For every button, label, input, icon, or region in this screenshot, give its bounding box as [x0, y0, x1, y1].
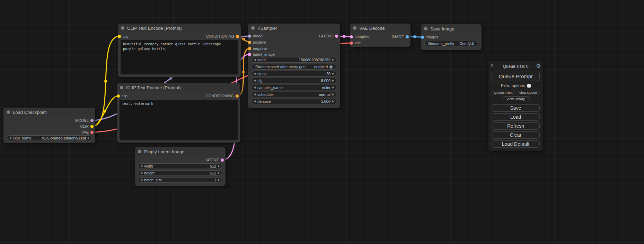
- queue-prompt-button[interactable]: Queue Prompt: [492, 72, 540, 81]
- decrement-arrow-icon[interactable]: [7, 136, 13, 141]
- queue-front-button[interactable]: Queue Front: [492, 90, 515, 95]
- node-collapse-dot[interactable]: [7, 110, 10, 114]
- node-collapse-dot[interactable]: [353, 26, 356, 30]
- gear-icon[interactable]: [536, 63, 541, 69]
- node-vae-decode[interactable]: VAE Decode samples vae IMAGE: [350, 24, 411, 47]
- negative-prompt-textarea[interactable]: text, watermark: [120, 100, 238, 140]
- node-title-bar[interactable]: CLIP Text Encode (Prompt): [117, 83, 240, 92]
- increment-arrow-icon[interactable]: [330, 78, 336, 83]
- decrement-arrow-icon[interactable]: [252, 92, 257, 97]
- clip-input-dot[interactable]: [118, 35, 121, 38]
- output-slot-image[interactable]: IMAGE: [392, 34, 409, 39]
- images-input-dot[interactable]: [421, 36, 424, 39]
- steps-widget[interactable]: steps 20: [252, 71, 336, 76]
- decrement-arrow-icon[interactable]: [252, 85, 257, 90]
- output-slot-latent[interactable]: LATENT: [319, 34, 338, 38]
- input-slot-negative[interactable]: negative: [248, 46, 267, 51]
- height-widget[interactable]: height 512: [138, 170, 222, 176]
- increment-arrow-icon[interactable]: [216, 164, 222, 169]
- increment-arrow-icon[interactable]: [86, 136, 91, 141]
- decrement-arrow-icon[interactable]: [139, 171, 144, 175]
- increment-arrow-icon[interactable]: [330, 99, 336, 104]
- input-slot-vae[interactable]: vae: [350, 40, 361, 45]
- conditioning-output-dot[interactable]: [236, 94, 239, 98]
- output-slot-clip[interactable]: CLIP: [80, 124, 94, 129]
- save-button[interactable]: Save: [492, 104, 540, 112]
- image-output-dot[interactable]: [406, 35, 409, 38]
- random-seed-toggle-widget[interactable]: Random seed after every gen enabled: [252, 64, 336, 70]
- input-slot-samples[interactable]: samples: [350, 34, 369, 39]
- decrement-arrow-icon[interactable]: [252, 78, 257, 83]
- node-collapse-dot[interactable]: [424, 27, 427, 30]
- scheduler-widget[interactable]: scheduler normal: [252, 92, 336, 97]
- negative-input-dot[interactable]: [248, 47, 251, 50]
- node-title-bar[interactable]: Empty Latent Image: [135, 147, 226, 156]
- decrement-arrow-icon[interactable]: [252, 99, 257, 104]
- input-slot-latent-image[interactable]: latent_image: [248, 52, 275, 57]
- decrement-arrow-icon[interactable]: [252, 71, 257, 76]
- node-collapse-dot[interactable]: [138, 150, 141, 153]
- node-title-bar[interactable]: CLIP Text Encode (Prompt): [118, 24, 241, 33]
- output-slot-latent[interactable]: LATENT: [205, 157, 224, 162]
- node-title-bar[interactable]: Save Image: [421, 24, 482, 33]
- ckpt-name-widget[interactable]: ckpt_name v1-5-pruned-emaonly.ckpt: [7, 135, 92, 141]
- node-title-bar[interactable]: VAE Decode: [350, 24, 411, 33]
- node-title-bar[interactable]: KSampler: [248, 24, 340, 33]
- toggle-knob-icon[interactable]: [329, 65, 333, 69]
- seed-widget[interactable]: seed 156680208700286: [252, 57, 336, 63]
- clip-output-dot[interactable]: [90, 125, 94, 128]
- conditioning-output-dot[interactable]: [236, 35, 239, 38]
- output-slot-model[interactable]: MODEL: [75, 118, 94, 123]
- node-ksampler[interactable]: KSampler model positive negative latent_…: [248, 24, 340, 108]
- input-slot-clip[interactable]: clip: [117, 93, 127, 98]
- node-save-image[interactable]: Save Image images filename_prefix ComfyU…: [421, 24, 482, 50]
- latent-output-dot[interactable]: [335, 35, 338, 38]
- decrement-arrow-icon[interactable]: [139, 178, 144, 182]
- input-slot-clip[interactable]: clip: [118, 34, 129, 39]
- output-slot-conditioning[interactable]: CONDITIONING: [206, 93, 239, 98]
- load-button[interactable]: Load: [492, 113, 540, 121]
- model-input-dot[interactable]: [248, 35, 251, 38]
- node-clip-text-encode-negative[interactable]: CLIP Text Encode (Prompt) clip CONDITION…: [117, 83, 240, 143]
- node-empty-latent-image[interactable]: Empty Latent Image LATENT width 512 heig…: [135, 147, 226, 186]
- vae-output-dot[interactable]: [90, 131, 94, 134]
- view-queue-button[interactable]: View Queue: [517, 90, 540, 95]
- load-default-button[interactable]: Load Default: [492, 140, 540, 148]
- positive-prompt-textarea[interactable]: beautiful scenery nature glass bottle la…: [121, 40, 238, 74]
- node-load-checkpoint[interactable]: Load Checkpoint MODEL CLIP VAE ckpt_name…: [3, 108, 95, 143]
- latent-output-dot[interactable]: [221, 159, 224, 162]
- increment-arrow-icon[interactable]: [216, 178, 222, 182]
- samples-input-dot[interactable]: [350, 35, 353, 38]
- model-output-dot[interactable]: [90, 119, 94, 122]
- node-collapse-dot[interactable]: [120, 86, 123, 89]
- refresh-button[interactable]: Refresh: [492, 122, 540, 130]
- cfg-widget[interactable]: cfg 8.000: [252, 78, 336, 83]
- input-slot-model[interactable]: model: [248, 34, 263, 38]
- increment-arrow-icon[interactable]: [330, 92, 336, 97]
- drag-handle-icon[interactable]: [491, 64, 494, 69]
- clip-input-dot[interactable]: [117, 94, 120, 98]
- input-slot-images[interactable]: images: [421, 35, 438, 39]
- positive-input-dot[interactable]: [248, 41, 251, 44]
- increment-arrow-icon[interactable]: [330, 57, 336, 62]
- node-collapse-dot[interactable]: [251, 26, 255, 30]
- node-collapse-dot[interactable]: [121, 26, 124, 30]
- width-widget[interactable]: width 512: [138, 163, 222, 169]
- increment-arrow-icon[interactable]: [216, 171, 222, 175]
- decrement-arrow-icon[interactable]: [252, 57, 257, 62]
- output-slot-vae[interactable]: VAE: [81, 130, 94, 135]
- clear-button[interactable]: Clear: [492, 131, 540, 139]
- filename-prefix-widget[interactable]: filename_prefix ComfyUI: [424, 41, 478, 46]
- output-slot-conditioning[interactable]: CONDITIONING: [206, 34, 239, 39]
- denoise-widget[interactable]: denoise 1.000: [252, 99, 336, 104]
- vae-input-dot[interactable]: [350, 42, 353, 45]
- node-title-bar[interactable]: Load Checkpoint: [3, 108, 95, 117]
- input-slot-positive[interactable]: positive: [248, 40, 266, 45]
- increment-arrow-icon[interactable]: [330, 85, 336, 90]
- batch-size-widget[interactable]: batch_size 1: [138, 177, 222, 183]
- view-history-button[interactable]: View History: [502, 96, 530, 101]
- node-clip-text-encode-positive[interactable]: CLIP Text Encode (Prompt) clip CONDITION…: [118, 24, 241, 77]
- increment-arrow-icon[interactable]: [330, 71, 336, 76]
- sampler-name-widget[interactable]: sampler_name euler: [252, 85, 336, 90]
- extra-options-checkbox[interactable]: [527, 84, 531, 88]
